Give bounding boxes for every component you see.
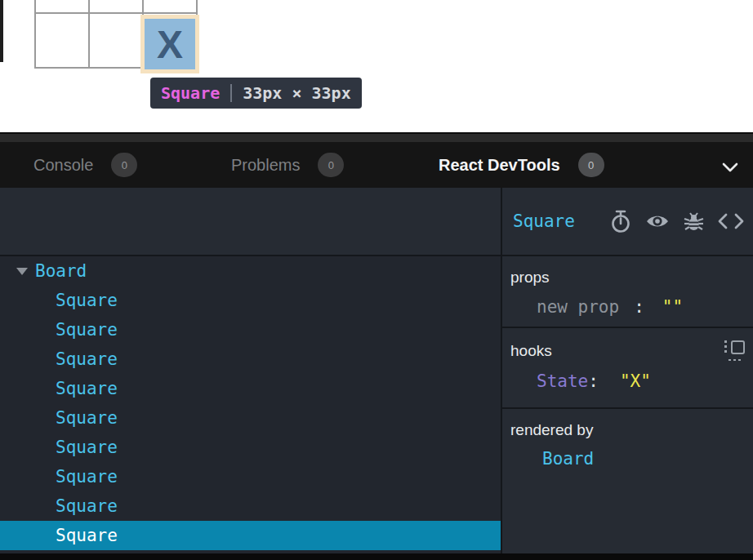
window-edge [0, 0, 3, 62]
chevron-down-icon[interactable] [722, 161, 738, 176]
tooltip-component-name: Square [161, 83, 220, 103]
tree-item-label: Square [56, 291, 118, 310]
tree-item-board[interactable]: Board [0, 256, 501, 286]
panel-gap-strip [0, 132, 753, 142]
hook-value[interactable]: "X" [620, 371, 651, 391]
rendered-by-title: rendered by [510, 421, 593, 439]
tab-console-label: Console [33, 156, 93, 175]
grid-line [34, 12, 198, 14]
devtools-tab-bar: Console 0 Problems 0 React DevTools 0 [0, 142, 753, 188]
tree-item-label: Square [56, 467, 118, 487]
tree-item-square-9-selected[interactable]: Square [0, 521, 501, 550]
tooltip-divider [230, 84, 232, 102]
prop-name[interactable]: new prop [537, 297, 619, 317]
collapse-triangle-icon[interactable] [16, 268, 28, 275]
devtools-window: X Square 33px × 33px Console 0 Problems … [0, 0, 753, 560]
tree-item-square-2[interactable]: Square [0, 315, 501, 344]
inspector-header: Square [502, 188, 753, 255]
tree-item-label: Square [56, 379, 118, 398]
tooltip-dimensions: 33px × 33px [243, 83, 350, 103]
tree-item-square-7[interactable]: Square [0, 462, 501, 491]
props-title: props [510, 269, 550, 287]
inspected-element-panel: props new prop : "" hooks State : "X" [502, 256, 753, 553]
tab-problems[interactable]: Problems 0 [231, 142, 344, 188]
tab-problems-label: Problems [231, 156, 300, 175]
rendered-by-section: rendered by Board [502, 409, 753, 552]
stopwatch-icon[interactable] [609, 209, 632, 233]
tab-problems-badge: 0 [318, 153, 344, 177]
prop-value[interactable]: "" [662, 297, 683, 317]
grid-line [34, 0, 36, 69]
parse-hook-names-icon[interactable] [724, 340, 745, 361]
state-hook-row[interactable]: State : "X" [502, 371, 753, 391]
tree-item-label: Square [56, 320, 118, 340]
window-bottom-edge [0, 553, 753, 560]
eye-icon[interactable] [644, 212, 671, 230]
tree-item-square-6[interactable]: Square [0, 433, 501, 462]
tree-item-square-5[interactable]: Square [0, 403, 501, 433]
tree-item-label: Square [56, 526, 118, 545]
board-square-x[interactable]: X [145, 19, 195, 69]
rendered-by-owner-board[interactable]: Board [502, 449, 753, 469]
selected-component-name: Square [513, 211, 609, 231]
tree-item-square-4[interactable]: Square [0, 374, 501, 403]
new-prop-row[interactable]: new prop : "" [502, 297, 753, 317]
bug-icon[interactable] [683, 210, 705, 233]
element-size-tooltip: Square 33px × 33px [150, 78, 362, 109]
tab-react-devtools-badge: 0 [578, 153, 604, 177]
tab-react-devtools-label: React DevTools [439, 156, 560, 175]
tree-item-label: Board [35, 261, 87, 281]
tree-item-label: Square [56, 349, 118, 369]
hook-name: State [537, 371, 588, 391]
props-section: props new prop : "" [502, 256, 753, 328]
tree-item-label: Square [56, 496, 118, 516]
tab-react-devtools[interactable]: React DevTools 0 [439, 142, 604, 188]
tab-console[interactable]: Console 0 [33, 142, 137, 188]
view-source-icon[interactable] [717, 212, 745, 230]
hook-colon: : [588, 371, 599, 391]
hooks-section: hooks State : "X" [502, 328, 753, 409]
tree-item-square-3[interactable]: Square [0, 344, 501, 374]
tree-item-label: Square [56, 438, 118, 457]
hooks-title: hooks [510, 342, 552, 360]
prop-colon: : [634, 297, 644, 317]
tab-console-badge: 0 [111, 153, 137, 177]
tree-item-label: Square [56, 408, 118, 428]
component-tree: Board Square Square Square Square Square… [0, 256, 501, 553]
tree-item-square-8[interactable]: Square [0, 491, 501, 521]
grid-line [88, 0, 90, 69]
tree-item-square-1[interactable]: Square [0, 286, 501, 315]
